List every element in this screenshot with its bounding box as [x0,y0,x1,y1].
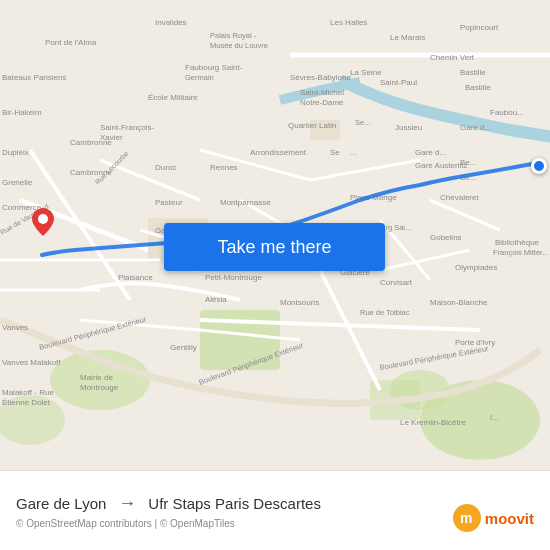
svg-text:Jussieu: Jussieu [395,123,422,132]
moovit-logo: m moovit [453,504,534,532]
svg-text:Le Kremlin-Bicêtre: Le Kremlin-Bicêtre [400,418,466,427]
svg-text:Duroc: Duroc [155,163,176,172]
svg-text:Vanves Malakoff: Vanves Malakoff [2,358,61,367]
bottom-bar: Gare de Lyon → Ufr Staps Paris Descartes… [0,470,550,550]
svg-text:Notre-Dame: Notre-Dame [300,98,344,107]
map-container: Pont de l'Alma Invalides Palais Royal - … [0,0,550,470]
svg-text:Saint-François-: Saint-François- [100,123,155,132]
svg-text:Plaisance: Plaisance [118,273,153,282]
svg-text:Gare d...: Gare d... [415,148,446,157]
svg-text:Xavier: Xavier [100,133,123,142]
svg-text:Le Marais: Le Marais [390,33,425,42]
svg-text:Be...: Be... [460,173,476,182]
svg-text:Popincourt: Popincourt [460,23,499,32]
svg-text:Arrondissement: Arrondissement [250,148,307,157]
svg-text:Les Halles: Les Halles [330,18,367,27]
route-from: Gare de Lyon [16,495,106,512]
svg-text:Chevaleret: Chevaleret [440,193,479,202]
svg-text:Vanves: Vanves [2,323,28,332]
svg-text:Dupleix: Dupleix [2,148,29,157]
moovit-icon: m [453,504,481,532]
svg-text:École Militaire: École Militaire [148,93,198,102]
svg-text:Chemin Vert: Chemin Vert [430,53,475,62]
svg-text:Be...: Be... [460,158,476,167]
svg-text:m: m [460,510,472,526]
svg-text:Se...: Se... [355,118,370,127]
svg-text:Maison-Blanche: Maison-Blanche [430,298,488,307]
svg-text:Germain: Germain [185,73,214,82]
svg-text:François Mitter...: François Mitter... [493,248,548,257]
svg-text:Petit-Montrouge: Petit-Montrouge [205,273,262,282]
svg-text:Bastille: Bastille [460,68,486,77]
svg-text:Rennes: Rennes [210,163,238,172]
svg-text:Rue de Tolbiac: Rue de Tolbiac [360,308,410,317]
svg-text:Invalides: Invalides [155,18,187,27]
svg-text:Musée du Louvre: Musée du Louvre [210,41,268,50]
moovit-text: moovit [485,510,534,527]
svg-text:Se: Se [330,148,340,157]
svg-text:Étienne Dolet: Étienne Dolet [2,398,51,407]
svg-text:Corvisart: Corvisart [380,278,413,287]
destination-pin [531,158,547,174]
svg-text:La Seine: La Seine [350,68,382,77]
svg-text:Gentilly: Gentilly [170,343,197,352]
svg-text:Gobelins: Gobelins [430,233,462,242]
svg-text:Montsouris: Montsouris [280,298,319,307]
svg-text:Sèvres-Babylone: Sèvres-Babylone [290,73,351,82]
svg-text:Bateaux Parisiens: Bateaux Parisiens [2,73,66,82]
svg-text:Mairie de: Mairie de [80,373,113,382]
svg-text:Faubourg Saint-: Faubourg Saint- [185,63,243,72]
svg-text:Montrouge: Montrouge [80,383,119,392]
svg-text:Bibliothèque: Bibliothèque [495,238,540,247]
svg-text:I...: I... [490,413,499,422]
svg-text:Saint-Paul: Saint-Paul [380,78,417,87]
svg-text:Place Monge: Place Monge [350,193,397,202]
svg-text:Quartier Latin: Quartier Latin [288,121,336,130]
take-me-there-button[interactable]: Take me there [164,223,385,271]
route-to: Ufr Staps Paris Descartes [148,495,321,512]
route-arrow: → [118,493,136,514]
svg-text:Pont de l'Alma: Pont de l'Alma [45,38,97,47]
svg-text:Bir-Hakeim: Bir-Hakeim [2,108,42,117]
svg-text:Pasteur: Pasteur [155,198,183,207]
svg-text:Saint-Michel: Saint-Michel [300,88,344,97]
svg-text:Palais Royal -: Palais Royal - [210,31,257,40]
svg-text:Gare d...: Gare d... [460,123,491,132]
svg-text:Bastille: Bastille [465,83,491,92]
svg-text:Montparnasse: Montparnasse [220,198,271,207]
origin-pin [32,208,54,236]
svg-text:Faubou...: Faubou... [490,108,524,117]
svg-text:...: ... [350,148,357,157]
svg-text:Alésia: Alésia [205,295,227,304]
svg-text:Malakoff - Rue: Malakoff - Rue [2,388,54,397]
svg-text:Olympiades: Olympiades [455,263,497,272]
svg-point-102 [38,214,48,224]
svg-text:Grenelle: Grenelle [2,178,33,187]
